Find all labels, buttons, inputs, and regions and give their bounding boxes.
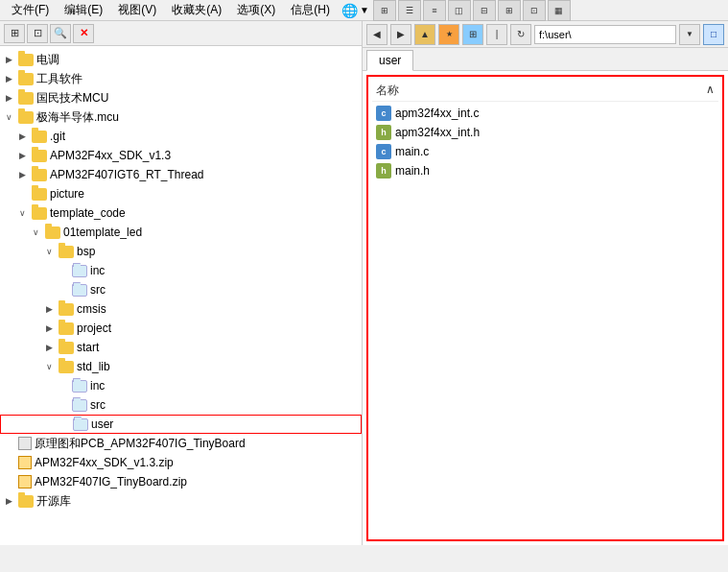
tree-item[interactable]: ▶工具软件 xyxy=(0,69,362,88)
tree-label: src xyxy=(90,398,106,412)
chevron-down-icon[interactable]: ▼ xyxy=(360,5,369,15)
tree-arrow-icon[interactable]: ∨ xyxy=(42,360,56,373)
toolbar-icon-1[interactable]: ⊞ xyxy=(373,0,396,21)
toolbar-icon-6[interactable]: ⊞ xyxy=(498,0,521,21)
tree-item[interactable]: ▶APM32F407IGT6_RT_Thread xyxy=(0,165,362,184)
tree-item[interactable]: user xyxy=(0,415,362,434)
menu-edit[interactable]: 编辑(E) xyxy=(57,0,110,20)
folder-icon xyxy=(59,322,74,335)
tree-item[interactable]: APM32F407IG_TinyBoard.zip xyxy=(0,472,362,491)
menu-view[interactable]: 视图(V) xyxy=(110,0,164,20)
file-list: 名称 ∧ capm32f4xx_int.chapm32f4xx_int.hcma… xyxy=(366,75,724,541)
tree-arrow-icon[interactable]: ▶ xyxy=(2,53,15,66)
tree-label: 开源库 xyxy=(36,493,71,510)
toolbar-icon-8[interactable]: ▦ xyxy=(548,0,571,21)
tree-item[interactable]: src xyxy=(0,280,362,299)
toolbar-icon-4[interactable]: ◫ xyxy=(448,0,471,21)
tree-item[interactable]: src xyxy=(0,395,362,415)
globe-icon: 🌐 xyxy=(341,3,358,18)
tab-user[interactable]: user xyxy=(366,50,413,71)
tree-arrow-icon[interactable] xyxy=(56,264,69,277)
tree-item[interactable]: ▶APM32F4xx_SDK_v1.3 xyxy=(0,146,362,165)
tree-item[interactable]: 原理图和PCB_APM32F407IG_TinyBoard xyxy=(0,434,362,453)
tree-arrow-icon[interactable]: ▶ xyxy=(42,341,56,354)
tree-arrow-icon[interactable] xyxy=(56,379,69,393)
tree-item[interactable]: ▶国民技术MCU xyxy=(0,88,362,107)
tree-item[interactable]: ∨01template_led xyxy=(0,223,362,242)
panel-view-button[interactable]: □ xyxy=(703,24,724,45)
tree-arrow-icon[interactable]: ∨ xyxy=(29,226,42,239)
tree-label: 电调 xyxy=(36,52,59,68)
tree-arrow-icon[interactable]: ▶ xyxy=(2,494,15,508)
toolbar-icon-2[interactable]: ☰ xyxy=(398,0,421,21)
tree-item[interactable]: ∨std_lib xyxy=(0,357,362,376)
left-toolbar-btn-2[interactable]: ⊡ xyxy=(27,24,48,43)
tree-label: start xyxy=(77,341,99,354)
tree-label: template_code xyxy=(50,206,126,220)
tree-arrow-icon[interactable] xyxy=(56,283,69,297)
tree-label: cmsis xyxy=(77,302,106,316)
tree-arrow-icon[interactable]: ▶ xyxy=(15,168,29,181)
menu-options[interactable]: 选项(X) xyxy=(229,0,283,20)
grid-view-button[interactable]: ⊞ xyxy=(462,24,483,45)
tree-item[interactable]: ▶start xyxy=(0,338,362,357)
left-toolbar-btn-1[interactable]: ⊞ xyxy=(4,24,25,43)
tree-item[interactable]: ▶开源库 xyxy=(0,491,362,511)
tree-item[interactable]: ▶project xyxy=(0,319,362,338)
tree-arrow-icon[interactable] xyxy=(56,398,69,412)
bookmark-button[interactable]: ★ xyxy=(438,24,459,45)
tree-item[interactable]: APM32F4xx_SDK_v1.3.zip xyxy=(0,453,362,472)
main-content: ⊞ ⊡ 🔍 ✕ ▶电调▶工具软件▶国民技术MCU∨极海半导体.mcu▶.git▶… xyxy=(0,21,728,545)
tree-arrow-icon[interactable] xyxy=(57,417,70,431)
tree-arrow-icon[interactable]: ▶ xyxy=(42,322,56,335)
tree-item[interactable]: ▶cmsis xyxy=(0,299,362,319)
tree-arrow-icon[interactable]: ▶ xyxy=(2,91,15,105)
tree-arrow-icon[interactable] xyxy=(15,187,29,201)
tree-label: src xyxy=(90,283,106,297)
separator-view[interactable]: | xyxy=(486,24,507,45)
folder-icon xyxy=(32,150,47,162)
tree-arrow-icon[interactable] xyxy=(2,437,15,450)
c-file-icon: c xyxy=(376,144,391,159)
list-item[interactable]: hapm32f4xx_int.h xyxy=(372,123,718,142)
toolbar-icon-3[interactable]: ≡ xyxy=(423,0,446,21)
list-item[interactable]: cmain.c xyxy=(372,142,718,161)
tree-arrow-icon[interactable]: ▶ xyxy=(15,130,29,143)
toolbar-icon-5[interactable]: ⊟ xyxy=(473,0,496,21)
tree-arrow-icon[interactable]: ∨ xyxy=(42,245,56,258)
file-tree: ▶电调▶工具软件▶国民技术MCU∨极海半导体.mcu▶.git▶APM32F4x… xyxy=(0,46,362,545)
right-panel: ◀ ▶ ▲ ★ ⊞ | ↻ ▼ □ user 名称 ∧ capm32f4xx_i… xyxy=(363,21,728,545)
refresh-button[interactable]: ↻ xyxy=(510,24,531,45)
tree-label: picture xyxy=(50,187,84,201)
tree-item[interactable]: picture xyxy=(0,184,362,203)
tree-item[interactable]: ▶电调 xyxy=(0,50,362,69)
folder-icon xyxy=(32,169,47,181)
left-toolbar-btn-3[interactable]: 🔍 xyxy=(50,24,71,43)
list-item[interactable]: hmain.h xyxy=(372,161,718,180)
forward-button[interactable]: ▶ xyxy=(390,24,411,45)
close-button[interactable]: ✕ xyxy=(73,24,94,43)
tree-item[interactable]: ∨bsp xyxy=(0,242,362,261)
toolbar-icon-7[interactable]: ⊡ xyxy=(523,0,546,21)
back-button[interactable]: ◀ xyxy=(366,24,387,45)
tree-arrow-icon[interactable]: ▶ xyxy=(42,302,56,316)
tree-label: APM32F407IG_TinyBoard.zip xyxy=(35,475,187,489)
tree-item[interactable]: ▶.git xyxy=(0,127,362,146)
tree-arrow-icon[interactable]: ▶ xyxy=(15,149,29,162)
tree-item[interactable]: ∨template_code xyxy=(0,203,362,223)
tree-item[interactable]: ∨极海半导体.mcu xyxy=(0,107,362,127)
tree-item[interactable]: inc xyxy=(0,261,362,280)
up-button[interactable]: ▲ xyxy=(414,24,435,45)
address-dropdown[interactable]: ▼ xyxy=(679,24,700,45)
tree-arrow-icon[interactable]: ▶ xyxy=(2,72,15,85)
list-item[interactable]: capm32f4xx_int.c xyxy=(372,104,718,123)
tree-arrow-icon[interactable]: ∨ xyxy=(2,110,15,124)
tree-item[interactable]: inc xyxy=(0,376,362,395)
tree-arrow-icon[interactable] xyxy=(2,456,15,469)
tree-arrow-icon[interactable]: ∨ xyxy=(15,206,29,220)
address-input[interactable] xyxy=(534,25,676,44)
menu-info[interactable]: 信息(H) xyxy=(283,0,338,20)
menu-file[interactable]: 文件(F) xyxy=(4,0,57,20)
menu-favorites[interactable]: 收藏夹(A) xyxy=(164,0,229,20)
tree-arrow-icon[interactable] xyxy=(2,475,15,489)
